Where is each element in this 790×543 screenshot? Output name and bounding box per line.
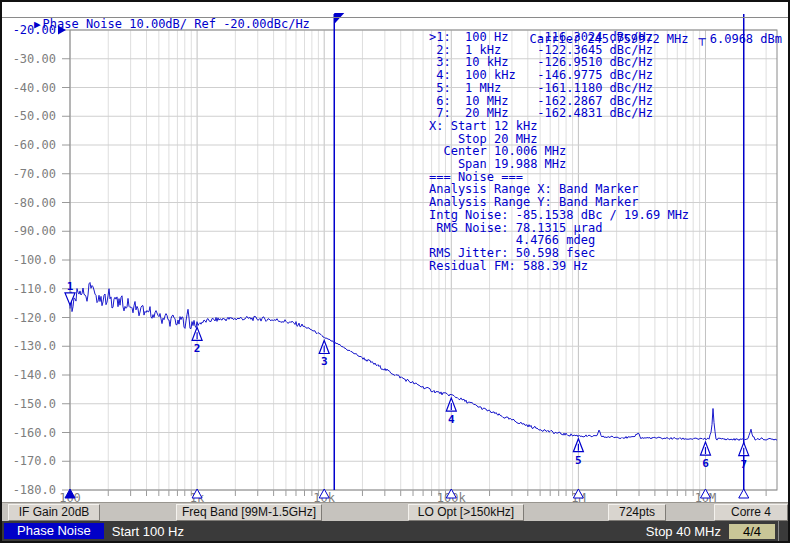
active-mode-tab[interactable]: Phase Noise bbox=[4, 523, 104, 539]
status-bar: Phase Noise Start 100 Hz Stop 40 MHz 4/4 bbox=[2, 521, 788, 541]
softkey-bar: IF Gain 20dB Freq Band [99M-1.5GHz] LO O… bbox=[2, 502, 788, 521]
svg-text:-70.00: -70.00 bbox=[13, 167, 56, 181]
svg-text:-40.00: -40.00 bbox=[13, 81, 56, 95]
carrier-power: 6.0968 dBm bbox=[710, 32, 782, 46]
svg-text:-60.00: -60.00 bbox=[13, 138, 56, 152]
svg-text:-120.0: -120.0 bbox=[13, 311, 56, 325]
svg-text:-30.00: -30.00 bbox=[13, 52, 56, 66]
band-markers[interactable] bbox=[334, 13, 743, 490]
status-stop-frequency: Stop 40 MHz bbox=[646, 524, 721, 539]
softkey-points[interactable]: 724pts bbox=[608, 504, 666, 521]
band-start-flag-icon bbox=[334, 13, 344, 24]
svg-text:5: 5 bbox=[575, 454, 582, 467]
svg-text:-130.0: -130.0 bbox=[13, 339, 56, 353]
svg-text:-160.0: -160.0 bbox=[13, 426, 56, 440]
softkey-corre[interactable]: Corre 4 bbox=[714, 504, 788, 521]
svg-text:1: 1 bbox=[67, 280, 74, 293]
svg-text:-140.0: -140.0 bbox=[13, 368, 56, 382]
svg-text:-80.00: -80.00 bbox=[13, 196, 56, 210]
svg-text:2: 2 bbox=[194, 342, 201, 355]
svg-text:6: 6 bbox=[702, 457, 709, 470]
svg-text:3: 3 bbox=[321, 355, 328, 368]
softkey-page-indicator[interactable]: 4/4 bbox=[729, 524, 775, 539]
svg-text:4: 4 bbox=[448, 413, 455, 426]
carrier-readout: Carrier 245.759972 MHz┬6.0968 dBm bbox=[501, 18, 782, 60]
svg-text:-150.0: -150.0 bbox=[13, 397, 56, 411]
carrier-level-icon: ┬ bbox=[699, 32, 706, 46]
status-start-frequency: Start 100 Hz bbox=[112, 524, 184, 539]
trace-select-icon: ▶ bbox=[34, 18, 41, 31]
svg-text:-180.0: -180.0 bbox=[13, 483, 56, 497]
svg-text:-50.00: -50.00 bbox=[13, 109, 56, 123]
svg-text:-170.0: -170.0 bbox=[13, 454, 56, 468]
trace-header: ▶Phase Noise 10.00dB/ Ref -20.00dBc/Hz bbox=[5, 3, 310, 45]
phase-noise-plot[interactable]: -20.00-30.00-40.00-50.00-60.00-70.00-80.… bbox=[0, 0, 790, 543]
trace-markers[interactable]: 1234567 bbox=[65, 280, 749, 498]
trace-title: Phase Noise 10.00dB/ Ref -20.00dBc/Hz bbox=[43, 17, 310, 31]
svg-text:-90.00: -90.00 bbox=[13, 224, 56, 238]
svg-text:7: 7 bbox=[740, 458, 747, 471]
svg-text:-110.0: -110.0 bbox=[13, 282, 56, 296]
analyzer-screen: -20.00-30.00-40.00-50.00-60.00-70.00-80.… bbox=[0, 0, 790, 543]
softkey-freq-band[interactable]: Freq Band [99M-1.5GHz] bbox=[176, 504, 322, 521]
softkey-lo-opt[interactable]: LO Opt [>150kHz] bbox=[408, 504, 524, 521]
carrier-frequency: Carrier 245.759972 MHz bbox=[530, 32, 689, 46]
svg-text:-100.0: -100.0 bbox=[13, 253, 56, 267]
status-divider bbox=[778, 521, 779, 541]
plot-grid bbox=[62, 30, 777, 496]
softkey-if-gain[interactable]: IF Gain 20dB bbox=[8, 504, 100, 521]
